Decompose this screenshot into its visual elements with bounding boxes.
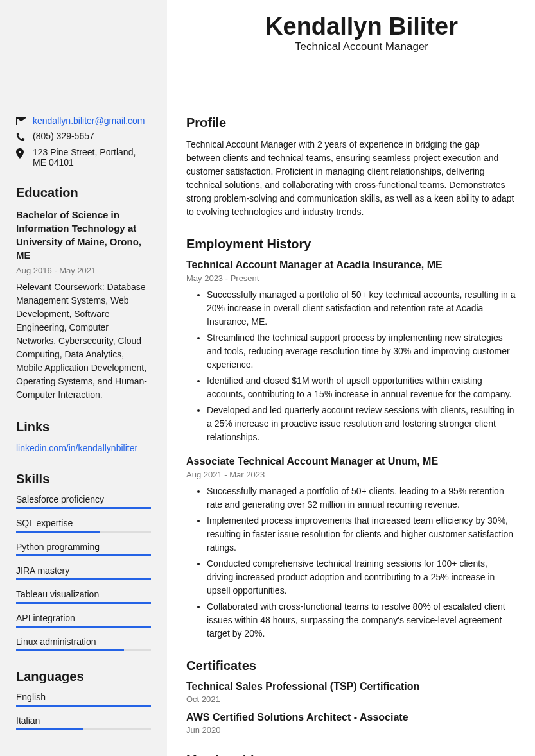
- language-bar: [16, 728, 151, 730]
- cert-title: AWS Certified Solutions Architect - Asso…: [186, 712, 516, 723]
- address-text: 123 Pine Street, Portland, ME 04101: [33, 147, 151, 168]
- education-section: Education Bachelor of Science in Informa…: [16, 185, 151, 402]
- skill-bar: [16, 602, 151, 604]
- skill-bar-fill: [16, 554, 151, 556]
- job-item: Associate Technical Account Manager at U…: [186, 456, 516, 640]
- job-bullet: Streamlined the technical support proces…: [207, 331, 516, 372]
- job-bullet: Conducted comprehensive technical traini…: [207, 557, 516, 597]
- skill-name: JIRA mastery: [16, 565, 151, 576]
- resume-page: Kendallyn Biliter Technical Account Mana…: [0, 0, 535, 756]
- cert-date: Oct 2021: [186, 694, 516, 704]
- location-icon: [16, 148, 26, 160]
- skills-section: Skills Salesforce proficiencySQL experti…: [16, 472, 151, 651]
- employment-heading: Employment History: [186, 237, 516, 252]
- job-title: Associate Technical Account Manager at U…: [186, 456, 516, 467]
- skill-bar: [16, 554, 151, 556]
- education-heading: Education: [16, 185, 151, 200]
- email-link[interactable]: kendallyn.biliter@gmail.com: [33, 116, 145, 126]
- email-icon: [16, 117, 26, 127]
- skill-name: Python programming: [16, 542, 151, 552]
- languages-heading: Languages: [16, 669, 151, 684]
- cert-item: Technical Sales Professional (TSP) Certi…: [186, 681, 516, 704]
- job-dates: Aug 2021 - Mar 2023: [186, 470, 516, 479]
- language-name: Italian: [16, 716, 151, 726]
- skill-item: Linux administration: [16, 637, 151, 651]
- certificates-heading: Certificates: [186, 658, 516, 673]
- job-item: Technical Account Manager at Acadia Insu…: [186, 259, 516, 444]
- skill-item: Python programming: [16, 542, 151, 556]
- skill-bar: [16, 626, 151, 628]
- job-bullet: Successfully managed a portfolio of 50+ …: [207, 485, 516, 511]
- person-title: Technical Account Manager: [207, 40, 516, 53]
- certificates-section: Certificates Technical Sales Professiona…: [186, 658, 516, 735]
- contact-address: 123 Pine Street, Portland, ME 04101: [16, 147, 151, 168]
- language-bar-fill: [16, 705, 151, 707]
- education-desc: Relevant Coursework: Database Management…: [16, 280, 151, 402]
- skill-name: Salesforce proficiency: [16, 494, 151, 504]
- education-dates: Aug 2016 - May 2021: [16, 266, 151, 275]
- job-title: Technical Account Manager at Acadia Insu…: [186, 259, 516, 271]
- profile-text: Technical Account Manager with 2 years o…: [186, 138, 516, 219]
- contact-email: kendallyn.biliter@gmail.com: [16, 116, 151, 127]
- language-bar: [16, 705, 151, 707]
- skill-bar-fill: [16, 578, 151, 580]
- language-name: English: [16, 692, 151, 702]
- cert-date: Jun 2020: [186, 725, 516, 735]
- skill-bar-fill: [16, 649, 124, 651]
- employment-section: Employment History Technical Account Man…: [186, 237, 516, 640]
- skill-name: API integration: [16, 613, 151, 623]
- languages-section: Languages EnglishItalian: [16, 669, 151, 730]
- memberships-section: Memberships 1. Association of Technical …: [186, 753, 516, 756]
- skill-bar-fill: [16, 507, 151, 509]
- job-bullets: Successfully managed a portfolio of 50+ …: [189, 288, 516, 444]
- profile-heading: Profile: [186, 116, 516, 130]
- skill-item: Tableau visualization: [16, 589, 151, 604]
- job-bullet: Successfully managed a portfolio of 50+ …: [207, 288, 516, 329]
- linkedin-link[interactable]: linkedin.com/in/kendallynbiliter: [16, 443, 137, 453]
- memberships-heading: Memberships: [186, 753, 516, 756]
- skill-bar-fill: [16, 626, 151, 628]
- skill-bar: [16, 578, 151, 580]
- main-content: Profile Technical Account Manager with 2…: [167, 0, 535, 756]
- skill-name: SQL expertise: [16, 518, 151, 528]
- job-dates: May 2023 - Present: [186, 273, 516, 283]
- job-bullet: Identified and closed $1M worth of upsel…: [207, 374, 516, 401]
- skill-bar-fill: [16, 602, 151, 604]
- skill-bar: [16, 531, 151, 533]
- profile-section: Profile Technical Account Manager with 2…: [186, 116, 516, 219]
- person-name: Kendallyn Biliter: [207, 13, 516, 40]
- job-bullet: Implemented process improvements that in…: [207, 514, 516, 554]
- links-section: Links linkedin.com/in/kendallynbiliter: [16, 420, 151, 454]
- skill-bar: [16, 507, 151, 509]
- phone-icon: [16, 132, 26, 143]
- phone-text: (805) 329-5657: [33, 131, 94, 141]
- skill-item: Salesforce proficiency: [16, 494, 151, 509]
- links-heading: Links: [16, 420, 151, 434]
- skill-bar-fill: [16, 531, 100, 533]
- skill-item: SQL expertise: [16, 518, 151, 533]
- skills-heading: Skills: [16, 472, 151, 486]
- job-bullets: Successfully managed a portfolio of 50+ …: [189, 485, 516, 640]
- job-bullet: Developed and led quarterly account revi…: [207, 404, 516, 444]
- sidebar: kendallyn.biliter@gmail.com (805) 329-56…: [0, 0, 167, 756]
- skill-name: Tableau visualization: [16, 589, 151, 599]
- language-item: Italian: [16, 716, 151, 730]
- link-item: linkedin.com/in/kendallynbiliter: [16, 442, 151, 454]
- language-item: English: [16, 692, 151, 707]
- cert-title: Technical Sales Professional (TSP) Certi…: [186, 681, 516, 692]
- cert-item: AWS Certified Solutions Architect - Asso…: [186, 712, 516, 735]
- header: Kendallyn Biliter Technical Account Mana…: [207, 13, 516, 53]
- language-bar-fill: [16, 728, 83, 730]
- skill-item: API integration: [16, 613, 151, 628]
- skill-name: Linux administration: [16, 637, 151, 647]
- job-bullet: Collaborated with cross-functional teams…: [207, 600, 516, 640]
- skill-bar: [16, 649, 151, 651]
- education-degree: Bachelor of Science in Information Techn…: [16, 208, 151, 262]
- contact-phone: (805) 329-5657: [16, 131, 151, 143]
- skill-item: JIRA mastery: [16, 565, 151, 580]
